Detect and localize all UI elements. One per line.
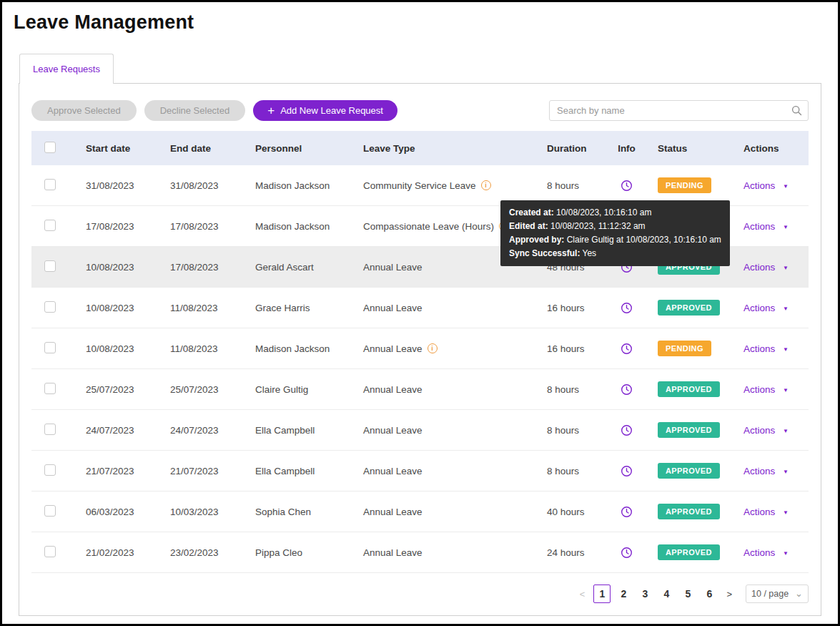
- clock-icon[interactable]: [621, 465, 633, 477]
- actions-cell: Actions ▼: [732, 180, 809, 191]
- status-cell: APPROVED: [646, 544, 732, 560]
- page-size-value: 10 / page: [751, 589, 789, 599]
- status-cell: APPROVED: [646, 463, 732, 479]
- status-badge: PENDING: [658, 341, 711, 356]
- status-cell: APPROVED: [646, 381, 732, 397]
- actions-cell: Actions ▼: [732, 221, 809, 232]
- end-date-cell: 24/07/2023: [159, 425, 244, 436]
- actions-link[interactable]: Actions ▼: [743, 466, 789, 476]
- actions-link-label: Actions: [743, 425, 775, 436]
- end-date-cell: 23/02/2023: [159, 547, 244, 558]
- info-cell: [607, 424, 646, 436]
- duration-cell: 8 hours: [535, 425, 607, 436]
- row-checkbox[interactable]: [44, 464, 56, 476]
- clock-icon[interactable]: [621, 302, 633, 314]
- col-header-start-date: Start date: [74, 143, 159, 154]
- start-date-cell: 31/08/2023: [74, 180, 159, 191]
- actions-link[interactable]: Actions ▼: [743, 343, 789, 354]
- clock-icon[interactable]: [621, 506, 633, 518]
- tab-leave-requests[interactable]: Leave Requests: [19, 54, 114, 84]
- actions-cell: Actions ▼: [732, 262, 809, 273]
- leave-info-icon[interactable]: i: [481, 180, 491, 190]
- prev-page-icon[interactable]: <: [573, 589, 592, 600]
- actions-link[interactable]: Actions ▼: [743, 425, 789, 436]
- actions-link[interactable]: Actions ▼: [743, 303, 789, 313]
- row-checkbox[interactable]: [44, 301, 56, 313]
- info-cell: [607, 506, 646, 518]
- table-row: 21/07/2023 21/07/2023 Ella Campbell Annu…: [31, 451, 809, 491]
- actions-cell: Actions ▼: [732, 303, 809, 313]
- row-checkbox[interactable]: [44, 505, 56, 517]
- actions-link[interactable]: Actions ▼: [743, 221, 789, 232]
- col-header-info: Info: [607, 143, 646, 154]
- status-badge: APPROVED: [658, 300, 720, 316]
- actions-link[interactable]: Actions ▼: [743, 384, 789, 395]
- table-row: 06/03/2023 10/03/2023 Sophia Chen Annual…: [31, 491, 809, 532]
- table-row: 24/07/2023 24/07/2023 Ella Campbell Annu…: [31, 410, 809, 451]
- page-button-6[interactable]: 6: [701, 585, 718, 603]
- actions-link[interactable]: Actions ▼: [743, 547, 789, 558]
- leave-info-icon[interactable]: i: [428, 343, 438, 353]
- search-input[interactable]: [550, 105, 791, 116]
- row-checkbox[interactable]: [44, 342, 56, 353]
- row-checkbox[interactable]: [44, 260, 56, 272]
- page-button-1[interactable]: 1: [593, 585, 611, 603]
- info-cell: [607, 465, 646, 477]
- actions-cell: Actions ▼: [732, 547, 809, 558]
- leave-requests-panel: Approve Selected Decline Selected + Add …: [19, 83, 821, 616]
- personnel-cell: Ella Campbell: [244, 466, 352, 476]
- actions-cell: Actions ▼: [732, 384, 809, 395]
- row-checkbox[interactable]: [44, 220, 56, 231]
- add-leave-request-button[interactable]: + Add New Leave Request: [253, 100, 397, 121]
- actions-link-label: Actions: [743, 343, 775, 354]
- row-checkbox[interactable]: [44, 546, 56, 557]
- status-badge: APPROVED: [658, 504, 720, 519]
- status-badge: APPROVED: [658, 544, 720, 560]
- page-button-3[interactable]: 3: [636, 585, 653, 603]
- leave-type-cell: Annual Leave: [352, 425, 535, 436]
- page-button-5[interactable]: 5: [679, 585, 696, 603]
- page-size-select[interactable]: 10 / page ⌄: [746, 585, 809, 603]
- clock-icon[interactable]: [621, 424, 633, 436]
- end-date-cell: 10/03/2023: [159, 507, 244, 517]
- duration-cell: 8 hours: [535, 180, 607, 191]
- leave-table: Start date End date Personnel Leave Type…: [31, 131, 809, 573]
- caret-down-icon: ▼: [783, 183, 789, 190]
- leave-type-text: Annual Leave: [363, 425, 423, 436]
- start-date-cell: 10/08/2023: [74, 303, 159, 313]
- end-date-cell: 21/07/2023: [159, 466, 244, 476]
- info-cell: [607, 302, 646, 314]
- row-checkbox[interactable]: [44, 424, 56, 435]
- actions-link-label: Actions: [743, 180, 775, 191]
- clock-icon[interactable]: [621, 383, 633, 396]
- caret-down-icon: ▼: [783, 346, 789, 353]
- duration-cell: 16 hours: [535, 303, 607, 313]
- select-all-checkbox[interactable]: [44, 142, 56, 153]
- next-page-icon[interactable]: >: [720, 589, 738, 600]
- clock-icon[interactable]: [621, 343, 633, 355]
- row-checkbox[interactable]: [44, 179, 56, 190]
- actions-link[interactable]: Actions ▼: [743, 262, 789, 273]
- leave-type-text: Annual Leave: [363, 507, 423, 517]
- actions-link[interactable]: Actions ▼: [743, 180, 789, 191]
- caret-down-icon: ▼: [783, 509, 789, 516]
- leave-type-text: Community Service Leave: [363, 180, 476, 191]
- caret-down-icon: ▼: [783, 305, 789, 312]
- leave-management-page: Leave Management Leave Requests Approve …: [0, 0, 840, 626]
- page-button-2[interactable]: 2: [615, 585, 632, 603]
- table-row: 21/02/2023 23/02/2023 Pippa Cleo Annual …: [31, 532, 809, 573]
- clock-icon[interactable]: [621, 180, 633, 192]
- row-checkbox[interactable]: [44, 383, 56, 394]
- info-cell: [607, 383, 646, 396]
- clock-icon[interactable]: [621, 547, 633, 559]
- info-cell: [607, 547, 646, 559]
- page-button-4[interactable]: 4: [658, 585, 675, 603]
- tooltip-lines: Created at: 10/08/2023, 10:16:10 amEdite…: [509, 206, 721, 260]
- actions-link-label: Actions: [743, 384, 775, 395]
- approve-selected-button[interactable]: Approve Selected: [31, 100, 137, 121]
- duration-cell: 24 hours: [535, 547, 607, 558]
- end-date-cell: 31/08/2023: [159, 180, 244, 191]
- tooltip-line: Created at: 10/08/2023, 10:16:10 am: [509, 206, 721, 220]
- decline-selected-button[interactable]: Decline Selected: [144, 100, 246, 121]
- actions-link[interactable]: Actions ▼: [743, 507, 789, 517]
